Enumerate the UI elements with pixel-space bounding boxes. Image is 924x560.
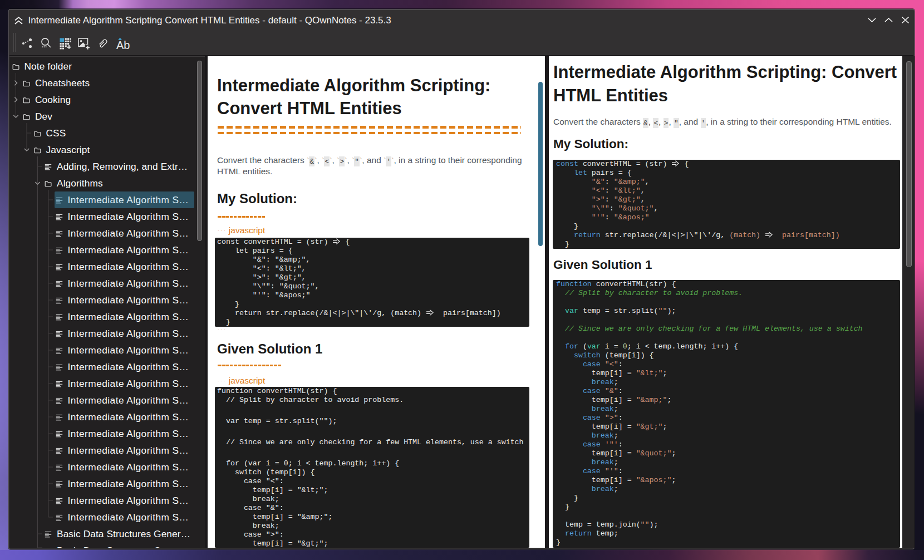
svg-text:Ab: Ab: [116, 39, 130, 51]
